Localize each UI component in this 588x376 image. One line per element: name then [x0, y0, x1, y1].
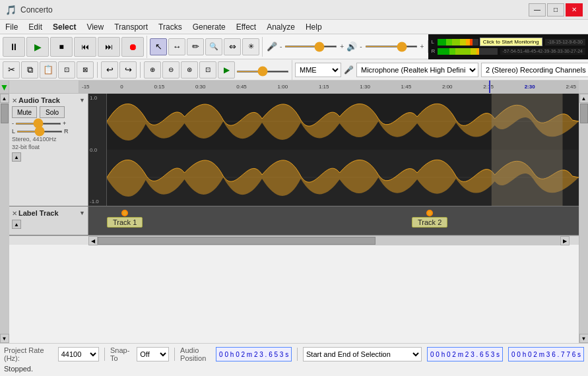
scroll-right-button[interactable]: ▶	[560, 236, 570, 245]
trim-button[interactable]: ⊡	[58, 61, 75, 78]
scroll-y-right-thumb[interactable]	[580, 104, 588, 123]
selection-mode-select[interactable]: Start and End of Selection	[303, 347, 422, 361]
minimize-button[interactable]: —	[529, 3, 546, 16]
label-track-collapse-row: ▲	[12, 220, 85, 229]
title-bar: 🎵 Concerto — □ ✕	[0, 0, 588, 20]
scroll-down-right-button[interactable]: ▼	[579, 334, 589, 343]
ruler-tick-11: 2:30	[525, 84, 535, 90]
menu-tracks[interactable]: Tracks	[153, 21, 187, 33]
play-slider[interactable]	[236, 66, 289, 74]
track1-label: Track 1	[107, 217, 143, 228]
menu-transport[interactable]: Transport	[109, 21, 153, 33]
copy-button[interactable]: ⧉	[21, 61, 38, 78]
input-device-select[interactable]: Microphone (Realtek High Defini	[356, 63, 478, 77]
edit-toolbar: ✂ ⧉ 📋 ⊡ ⊠ ↩ ↪ ⊕ ⊖ ⊛ ⊡ ▶	[0, 60, 292, 80]
track2-marker[interactable]: Track 2	[412, 210, 447, 228]
menu-effect[interactable]: Effect	[231, 21, 261, 33]
close-button[interactable]: ✕	[566, 3, 583, 16]
solo-button[interactable]: Solo	[40, 106, 65, 118]
scroll-y-thumb[interactable]	[1, 104, 9, 123]
track2-label: Track 2	[412, 217, 447, 228]
skip-back-button[interactable]: ⏮	[74, 37, 96, 57]
undo-button[interactable]: ↩	[101, 61, 118, 78]
redo-button[interactable]: ↪	[119, 61, 137, 78]
scroll-x-thumb[interactable]	[98, 237, 376, 245]
scroll-y-right-track	[579, 103, 589, 334]
timeshift-tool-button[interactable]: ⇔	[224, 38, 241, 55]
silence-button[interactable]: ⊠	[77, 61, 94, 78]
play-green-button[interactable]: ▶	[218, 61, 235, 78]
scale-top: 1.0	[90, 95, 105, 101]
multi-tool-button[interactable]: ✳	[242, 38, 259, 55]
menu-generate[interactable]: Generate	[187, 21, 231, 33]
label-track-close-icon[interactable]: ✕	[12, 210, 17, 217]
pos1-input[interactable]	[427, 347, 503, 361]
speaker-volume-slider[interactable]	[365, 46, 418, 47]
scroll-right: ▲ ▼	[579, 94, 588, 343]
scroll-left: ▲ ▼	[0, 94, 9, 343]
selection-tool-button[interactable]: ↖	[150, 38, 167, 55]
pan-slider[interactable]	[16, 131, 63, 133]
envelope-tool-button[interactable]: ↔	[168, 38, 185, 55]
audio-track-close-icon[interactable]: ✕	[12, 97, 17, 104]
scroll-x-bar: ◀ ▶	[9, 235, 579, 245]
track1-pin	[121, 210, 128, 216]
zoom-in-button[interactable]: ⊕	[144, 61, 161, 78]
menu-view[interactable]: View	[81, 21, 109, 33]
gain-slider[interactable]	[15, 123, 61, 125]
scroll-up-right-button[interactable]: ▲	[579, 94, 589, 103]
track-collapse-button[interactable]: ▲	[12, 152, 21, 162]
paste-button[interactable]: 📋	[40, 61, 57, 78]
mic-volume-slider[interactable]	[284, 46, 337, 47]
spk-minus: -	[360, 43, 362, 50]
pos2-input[interactable]	[508, 347, 584, 361]
audio-track-arrow-icon[interactable]: ▼	[79, 97, 85, 104]
channels-select[interactable]: 2 (Stereo) Recording Channels	[481, 63, 588, 77]
audio-track-label: ✕ Audio Track ▼ Mute Solo - + L	[9, 94, 88, 206]
svg-rect-4	[492, 94, 563, 206]
menu-file[interactable]: File	[0, 21, 23, 33]
zoom-fit-button[interactable]: ⊡	[199, 61, 216, 78]
green-arrow-icon[interactable]: ▼	[0, 82, 9, 92]
maximize-button[interactable]: □	[547, 3, 564, 16]
draw-tool-button[interactable]: ✏	[187, 38, 204, 55]
scale-bot: -1.0	[90, 199, 105, 204]
snap-to-label: Snap-To	[110, 346, 134, 362]
play-button[interactable]: ▶	[26, 37, 49, 57]
zoom-out-button[interactable]: ⊖	[162, 61, 180, 78]
label-collapse-button[interactable]: ▲	[12, 220, 21, 229]
mute-button[interactable]: Mute	[12, 106, 37, 118]
audio-track: ✕ Audio Track ▼ Mute Solo - + L	[9, 94, 579, 206]
monitor-button[interactable]: Click to Start Monitoring	[480, 38, 542, 46]
scroll-left-button[interactable]: ◀	[88, 236, 98, 245]
menu-help[interactable]: Help	[300, 21, 327, 33]
audio-pos-input[interactable]	[216, 347, 292, 361]
menu-analyze[interactable]: Analyze	[261, 21, 300, 33]
audio-pos-section: Audio Position	[180, 346, 292, 362]
zoom-sel-button[interactable]: ⊛	[181, 61, 198, 78]
waveform-area	[107, 94, 579, 206]
scroll-up-button[interactable]: ▲	[0, 94, 9, 103]
audio-track-name: Audio Track	[18, 96, 78, 104]
separator2	[140, 62, 141, 78]
stop-button[interactable]: ■	[50, 37, 73, 57]
gain-plus-icon: +	[63, 120, 66, 127]
menu-edit[interactable]: Edit	[23, 21, 48, 33]
tracks-panel: ✕ Audio Track ▼ Mute Solo - + L	[9, 94, 579, 343]
cut-button[interactable]: ✂	[3, 61, 20, 78]
record-button[interactable]: ⏺	[121, 37, 144, 57]
menu-select[interactable]: Select	[48, 21, 81, 33]
waveform-svg	[107, 94, 579, 206]
pause-button[interactable]: ⏸	[3, 37, 25, 57]
host-select[interactable]: MME	[295, 63, 341, 77]
track1-marker[interactable]: Track 1	[107, 210, 143, 228]
scroll-x-track	[98, 236, 560, 245]
ruler-tick-6: 1:15	[319, 84, 329, 90]
label-track-arrow-icon[interactable]: ▼	[79, 210, 85, 216]
zoom-tool-button[interactable]: 🔍	[205, 38, 222, 55]
snap-to-select[interactable]: Off	[137, 347, 169, 361]
ruler-tick-9: 2:00	[442, 84, 453, 90]
scroll-down-button[interactable]: ▼	[0, 334, 9, 343]
project-rate-select[interactable]: 44100	[58, 347, 99, 361]
skip-fwd-button[interactable]: ⏭	[98, 37, 120, 57]
